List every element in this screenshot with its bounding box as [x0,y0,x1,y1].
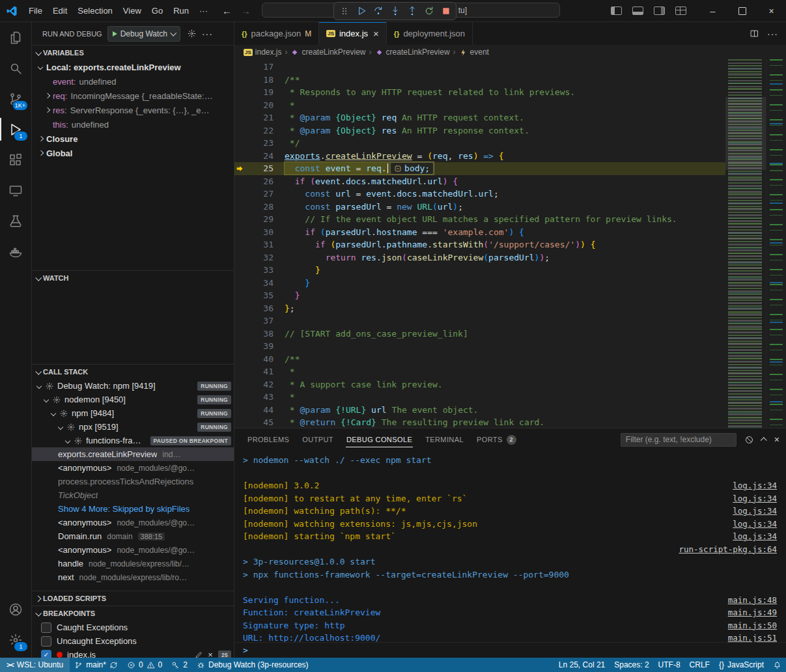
forward-icon[interactable]: → [241,5,251,16]
code-line[interactable]: 22 * @param {Object} res An HTTP respons… [234,124,725,137]
loaded-scripts-section-header[interactable]: LOADED SCRIPTS [32,591,234,606]
line-number[interactable]: 39 [246,341,274,351]
breakpoint-checkbox[interactable] [41,623,51,633]
line-number[interactable]: 20 [246,100,274,110]
twisty-icon[interactable] [49,406,59,420]
debug-session-row[interactable]: nodemon [9450]RUNNING [32,393,234,406]
code-line[interactable]: 42 * A support case link preview. [234,378,725,391]
source-link[interactable]: main.js:50 [728,621,777,630]
clear-console-icon[interactable] [744,435,754,445]
tab-deployment-json[interactable]: {}deployment.json [387,22,473,45]
tab-package-json[interactable]: {}package.jsonM [234,22,319,45]
menu-edit[interactable]: Edit [48,4,72,18]
code-line[interactable]: 38// [START add_ons_case_preview_link] [234,328,725,341]
maximize-panel-icon[interactable] [762,438,766,442]
status-cursor-position[interactable]: Ln 25, Col 21 [554,658,610,672]
panel-tab-output[interactable]: OUTPUT [296,428,340,451]
stack-frame-row[interactable]: process.processTicksAndRejections [32,475,234,488]
debug-session-row[interactable]: npm [9484]RUNNING [32,406,234,420]
close-window-button[interactable]: × [757,0,786,21]
code-line[interactable]: 30 if (parsedUrl.hostname === 'example.c… [234,226,725,239]
stack-frame-row[interactable]: handlenode_modules/express/lib/… [32,557,234,570]
activity-containers[interactable] [0,236,31,267]
line-number[interactable]: 24 [246,151,274,161]
twisty-icon[interactable] [42,89,53,103]
debug-session-row[interactable]: Debug Watch: npm [9419]RUNNING [32,379,234,393]
line-number[interactable]: 25 [246,163,274,173]
stack-frame-row[interactable]: Show 4 More: Skipped by skipFiles [32,502,234,516]
line-number[interactable]: 43 [246,392,274,402]
code-line[interactable]: 41 * [234,365,725,378]
line-number[interactable]: 45 [246,417,274,427]
debug-settings-gear-icon[interactable] [187,29,197,38]
line-number[interactable]: 19 [246,87,274,97]
activity-extensions[interactable] [0,145,31,175]
breakpoint-checkbox[interactable]: ✓ [41,650,51,658]
debug-step-into-icon[interactable] [387,4,403,18]
code-line[interactable]: 33 } [234,264,725,277]
line-number[interactable]: 34 [246,278,274,288]
show-more-link[interactable]: Show 4 More: Skipped by skipFiles [58,504,189,514]
editor-more-actions-icon[interactable]: ··· [767,29,778,39]
close-panel-icon[interactable]: × [774,434,779,445]
line-number[interactable]: 40 [246,354,274,364]
line-number[interactable]: 21 [246,113,274,122]
activity-search[interactable] [0,53,31,83]
breadcrumb-item[interactable]: JSindex.js [244,48,281,57]
code-line[interactable]: 18/** [234,74,725,87]
panel-tab-terminal[interactable]: TERMINAL [419,428,470,451]
toggle-secondary-sidebar-icon[interactable] [654,7,665,15]
line-number[interactable]: 37 [246,316,274,326]
activity-accounts[interactable] [0,594,31,624]
twisty-icon[interactable] [63,434,74,447]
twisty-icon[interactable] [36,146,46,160]
debug-console-prompt[interactable]: > [234,642,786,658]
panel-tab-problems[interactable]: PROBLEMS [241,428,296,451]
customize-layout-icon[interactable] [675,7,686,15]
menu-file[interactable]: File [23,4,48,18]
stack-frame-row[interactable]: <anonymous>node_modules/@go… [32,461,234,475]
sidebar-more-actions-icon[interactable]: ··· [202,29,213,39]
breakpoint-row[interactable]: Uncaught Exceptions [32,634,234,648]
inline-suggestion[interactable]: body; [390,162,434,175]
activity-settings[interactable]: 1 [0,624,31,655]
line-number[interactable]: 44 [246,405,274,415]
status-language[interactable]: {}JavaScript [714,658,768,672]
status-remote[interactable]: ><WSL: Ubuntu [0,658,70,672]
debug-restart-icon[interactable] [421,4,437,18]
code-line[interactable]: 29 // If the event object URL matches a … [234,213,725,226]
tab-index-js[interactable]: JSindex.js× [319,22,387,45]
menu-go[interactable]: Go [147,4,168,18]
status-problems[interactable]: 00 [122,658,167,672]
variable-row[interactable]: req:IncomingMessage {_readableState:… [32,89,234,103]
breakpoints-section-header[interactable]: BREAKPOINTS [32,606,234,621]
status-keys[interactable]: 2 [167,658,192,672]
debug-session-row[interactable]: functions-fra…PAUSED ON BREAKPOINT [32,434,234,447]
code-line[interactable]: 26 if (event.docs.matchedUrl.url) { [234,175,725,188]
line-number[interactable]: 41 [246,367,274,376]
line-number[interactable]: 31 [246,240,274,249]
stack-frame-row[interactable]: exports.createLinkPreviewind… [32,447,234,461]
code-line[interactable]: 39 [234,340,725,353]
line-number[interactable]: 42 [246,380,274,389]
menu-selection[interactable]: Selection [72,4,117,18]
line-number[interactable]: 35 [246,290,274,300]
status-indentation[interactable]: Spaces: 2 [610,658,653,672]
breakpoint-row[interactable]: ✓index.js×25 [32,648,234,658]
code-line[interactable]: 40/** [234,353,725,366]
line-number[interactable]: 17 [246,62,274,72]
toggle-primary-sidebar-icon[interactable] [611,7,622,15]
split-editor-icon[interactable] [750,29,759,38]
stack-frame-row[interactable]: Domain.rundomain388:15 [32,529,234,543]
line-number[interactable]: 18 [246,75,274,85]
toggle-panel-icon[interactable] [632,7,643,15]
source-link[interactable]: log.js:34 [733,481,777,490]
current-frame-arrow-icon[interactable] [234,164,246,173]
stack-frame-row[interactable]: TickObject [32,488,234,502]
source-link[interactable]: main.js:49 [728,608,777,617]
variable-row[interactable]: this:undefined [32,117,234,132]
stack-frame-row[interactable]: nextnode_modules/express/lib/ro… [32,570,234,584]
line-number[interactable]: 33 [246,265,274,275]
code-line[interactable]: 25 const event = req.body; [234,162,725,175]
twisty-icon[interactable] [42,103,53,117]
